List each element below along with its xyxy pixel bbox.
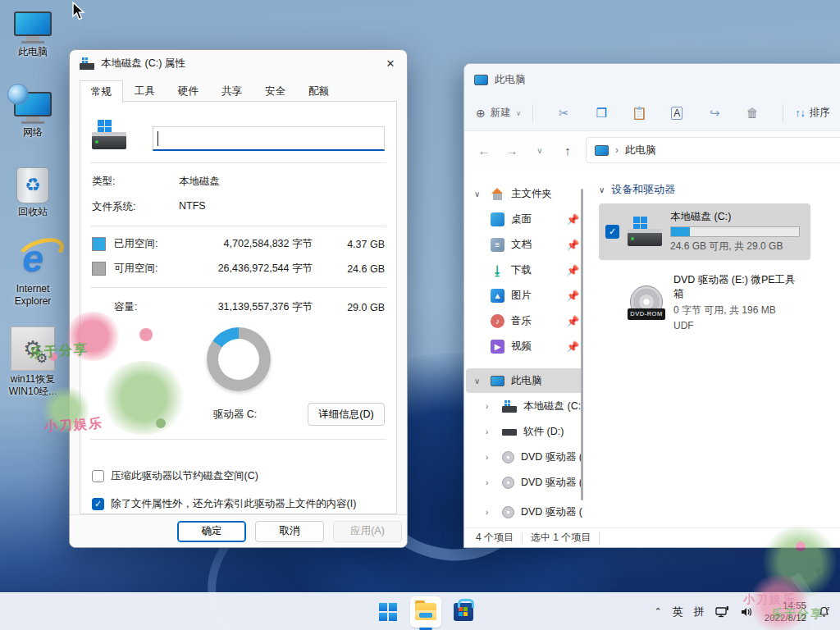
dialog-titlebar[interactable]: 本地磁盘 (C:) 属性 ✕ [70,50,407,76]
dialog-button-row: 确定 取消 应用(A) [70,514,407,547]
tab-quota[interactable]: 配额 [297,80,340,103]
sidebar-item-home[interactable]: ∨ 主文件夹 [466,181,582,206]
taskbar-microsoft-store[interactable] [448,596,479,628]
this-pc-icon [595,145,609,156]
chevron-right-icon: › [486,453,495,462]
chevron-right-icon: › [486,508,495,517]
sidebar-item-label: 主文件夹 [511,187,552,201]
sidebar-item-documents[interactable]: ≡ 文档 📌 [466,232,582,257]
sidebar-item-pictures[interactable]: ▲ 图片 📌 [466,283,582,308]
history-chevron-icon[interactable]: ∨ [530,146,550,155]
sidebar-scrollbar[interactable] [581,189,583,500]
new-button[interactable]: ⊕ 新建 ∨ [476,106,521,120]
paste-icon[interactable]: 📋 [620,106,658,121]
sidebar-item-software-d[interactable]: › 软件 (D:) [466,419,582,444]
desktop-icon-label: Internet Explorer [2,283,64,308]
desktop-icon-network[interactable]: 网络 [2,92,64,139]
delete-icon[interactable]: 🗑 [733,106,771,120]
tab-security[interactable]: 安全 [253,80,297,103]
sidebar-item-videos[interactable]: ▶ 视频 📌 [466,334,582,358]
capacity-label: 容量: [114,300,180,314]
sidebar-item-dvd-g[interactable]: › DVD 驱动器 (F:) [466,500,582,524]
forward-icon[interactable]: → [502,144,522,158]
capacity-size: 29.0 GB [334,302,385,313]
pin-icon: 📌 [566,264,579,276]
cancel-button[interactable]: 取消 [255,521,324,542]
desktop-icon-win11-restore[interactable]: ⚙⚙ win11恢复WIN10经... [2,326,64,398]
sidebar-item-label: 音乐 [511,314,532,328]
desktop-icon-this-pc[interactable]: 此电脑 [2,11,64,58]
network-icon[interactable] [715,605,729,619]
desktop-icon-internet-explorer[interactable]: e Internet Explorer [2,235,64,308]
explorer-titlebar[interactable]: 此电脑 [464,64,840,95]
volume-label-input[interactable] [153,126,385,151]
sidebar-item-dvd-f[interactable]: › DVD 驱动器 (F:) [466,470,582,495]
status-divider [522,532,523,544]
compress-checkbox[interactable] [92,470,104,482]
copy-icon[interactable]: ❐ [582,106,620,121]
desktop-icon-recycle-bin[interactable]: ♻ 回收站 [2,167,64,218]
ime-english-indicator[interactable]: 英 [673,605,683,619]
drive-tile-local-disk-c[interactable]: ✓ 本地磁盘 (C:) 24.6 GB 可用, 共 29.0 GB [599,203,810,260]
sidebar-item-local-disk-c[interactable]: › 本地磁盘 (C:) [466,394,582,418]
drive-icon [502,426,517,438]
network-icon [14,92,52,124]
videos-folder-icon: ▶ [491,340,504,354]
selection-checkbox[interactable]: ✓ [605,225,619,239]
address-bar[interactable]: › 此电脑 [586,137,840,163]
tab-tools[interactable]: 工具 [123,80,167,103]
back-icon[interactable]: ← [474,144,494,158]
text-caret [158,131,158,146]
cut-icon[interactable]: ✂ [545,106,582,121]
file-explorer-window: 此电脑 ⊕ 新建 ∨ ✂ ❐ 📋 A ↪ 🗑 ↑↓ 排序 ← → ∨ ↑ › 此… [463,63,840,548]
tab-general[interactable]: 常规 [80,80,123,103]
ok-button[interactable]: 确定 [177,521,246,542]
section-title: 设备和驱动器 [611,182,675,197]
chevron-right-icon: › [486,478,495,487]
ime-pinyin-indicator[interactable]: 拼 [694,605,705,619]
taskbar-clock[interactable]: 14:55 2022/8/12 [765,600,806,624]
drive-filesystem: UDF [673,320,804,331]
apply-button[interactable]: 应用(A) [333,521,402,542]
dvd-rom-label: DVD-ROM [628,308,665,320]
volume-icon[interactable] [740,605,754,619]
taskbar-file-explorer[interactable] [410,596,441,628]
divider [90,162,386,163]
drive-name: 本地磁盘 (C:) [670,210,804,224]
explorer-tab[interactable]: 此电脑 [474,73,526,87]
free-space-label: 可用空间: [114,262,180,276]
sidebar-item-downloads[interactable]: ⭳ 下载 📌 [466,258,582,282]
explorer-statusbar: 4 个项目 选中 1 个项目 [464,527,840,547]
breadcrumb-this-pc[interactable]: 此电脑 [625,144,656,158]
desktop-icon-label: 回收站 [18,206,48,218]
sidebar-item-this-pc[interactable]: ∨ 此电脑 [466,368,582,393]
chevron-right-icon: › [486,402,495,411]
compress-checkbox-label: 压缩此驱动器以节约磁盘空间(C) [111,469,258,483]
explorer-navbar: ← → ∨ ↑ › 此电脑 [464,131,840,169]
divider [90,439,386,440]
details-button[interactable]: 详细信息(D) [308,403,385,426]
tray-overflow-chevron-icon[interactable]: ⌃ [655,606,662,617]
desktop-icon-label: 此电脑 [18,46,48,58]
sort-button[interactable]: ↑↓ 排序 [795,106,830,120]
close-icon[interactable]: ✕ [374,50,407,76]
index-checkbox[interactable]: ✓ [92,498,104,510]
sidebar-item-desktop[interactable]: 桌面 📌 [466,207,582,231]
sidebar-item-music[interactable]: ♪ 音乐 📌 [466,308,582,333]
explorer-main-pane: ∨ 设备和驱动器 ✓ 本地磁盘 (C:) 24.6 GB 可用, 共 29.0 … [584,169,840,527]
rename-icon[interactable]: A [658,107,696,119]
explorer-toolbar: ⊕ 新建 ∨ ✂ ❐ 📋 A ↪ 🗑 ↑↓ 排序 [464,95,840,131]
tab-hardware[interactable]: 硬件 [167,80,210,103]
drive-info: 24.6 GB 可用, 共 29.0 GB [670,240,804,253]
share-icon[interactable]: ↪ [696,106,733,121]
notification-bell-icon[interactable]: z [817,605,832,619]
up-icon[interactable]: ↑ [558,144,578,158]
sidebar-item-dvd-e[interactable]: › DVD 驱动器 (E:) [466,445,582,469]
type-value: 本地磁盘 [179,175,220,189]
devices-and-drives-header[interactable]: ∨ 设备和驱动器 [599,182,840,197]
sidebar-item-label: 此电脑 [511,374,542,388]
drive-tile-dvd-e[interactable]: DVD-ROM DVD 驱动器 (E:) 微PE工具箱 0 字节 可用, 共 1… [599,267,810,338]
drive-icon-large [92,120,126,151]
tab-sharing[interactable]: 共享 [210,80,253,103]
start-button[interactable] [372,596,404,628]
